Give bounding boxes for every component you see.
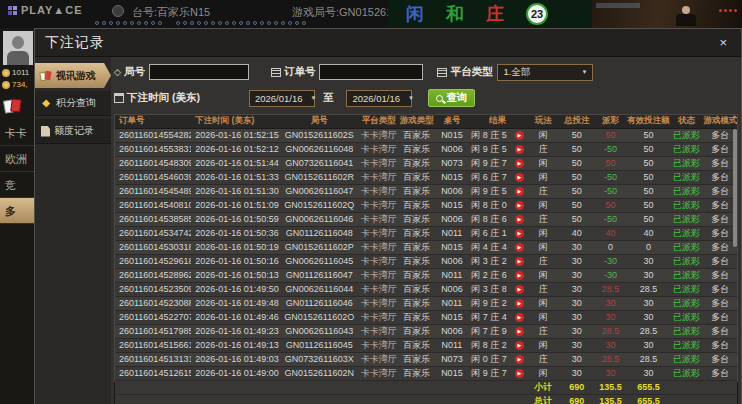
table-row: 2601160145126152026-01-16 01:49:00GN0152… xyxy=(115,366,737,380)
result-text: 闲 3 庄 8 xyxy=(471,283,507,296)
lobby-nav-item[interactable]: 欧洲 xyxy=(0,146,34,172)
player-char: 闲 xyxy=(406,2,424,26)
table-row: 2601160145230882026-01-16 01:49:48GN0112… xyxy=(115,296,737,310)
grand-total-row: 总计 690 135.5 655.5 xyxy=(115,394,737,404)
table-row: 2601160145296182026-01-16 01:50:16GN0062… xyxy=(115,254,737,268)
replay-video-icon[interactable]: ▶ xyxy=(515,341,524,350)
bet-records-modal: 下注记录 × 视讯游戏◆积分查询额度记录 ◇ 局号 订单号 xyxy=(34,28,742,404)
lobby-nav: 卡卡欧洲竞多 xyxy=(0,120,34,224)
menu-item-积分查询[interactable]: ◆积分查询 xyxy=(35,91,111,116)
lobby-left-strip: 1011 734, 卡卡欧洲竞多 xyxy=(0,28,34,404)
score-banner: 闲 和 庄 23 xyxy=(388,0,592,28)
screen: PLAY▲CE 台号:百家乐N15 游戏局号:GN0152611602T 闲 和… xyxy=(0,0,742,404)
records-table: 订单号下注时间 (美东)局号平台类型游戏类型桌号结果玩法总投注派彩有效投注额状态… xyxy=(115,115,737,404)
replay-video-icon[interactable]: ▶ xyxy=(515,327,524,336)
table-row: 2601160145460392026-01-16 01:51:33GN0152… xyxy=(115,170,737,184)
brand-logo: PLAY▲CE xyxy=(8,4,83,16)
result-text: 闲 8 庄 6 xyxy=(471,213,507,226)
table-row: 2601160145538312026-01-16 01:52:12GN0062… xyxy=(115,142,737,156)
chevron-down-icon: ▼ xyxy=(302,95,316,101)
round-filter-label: ◇ 局号 xyxy=(114,65,145,79)
result-text: 闲 6 庄 1 xyxy=(471,227,507,240)
balance-row: 1011 xyxy=(2,68,29,77)
result-text: 闲 7 庄 9 xyxy=(471,325,507,338)
chip-icon xyxy=(112,5,124,17)
table-row: 2601160145131312026-01-16 01:49:03GN0732… xyxy=(115,352,737,366)
replay-video-icon[interactable]: ▶ xyxy=(515,201,524,210)
lobby-nav-item[interactable]: 多 xyxy=(0,198,34,224)
subtotal-row: 小计 690 135.5 655.5 xyxy=(115,380,737,394)
avatar[interactable] xyxy=(3,31,33,65)
replay-video-icon[interactable]: ▶ xyxy=(515,313,524,322)
result-text: 闲 3 庄 2 xyxy=(471,255,507,268)
menu-item-额度记录[interactable]: 额度记录 xyxy=(35,119,111,144)
replay-video-icon[interactable]: ▶ xyxy=(515,131,524,140)
column-header: 状态 xyxy=(670,115,704,128)
cards-icon xyxy=(40,70,52,82)
modal-content: ◇ 局号 订单号 平台类型 1. xyxy=(111,57,741,404)
banker-char: 庄 xyxy=(486,2,504,26)
chevron-down-icon: ▼ xyxy=(400,95,414,101)
replay-video-icon[interactable]: ▶ xyxy=(515,243,524,252)
replay-video-icon[interactable]: ▶ xyxy=(515,173,524,182)
column-header: 平台类型 xyxy=(359,115,399,128)
modal-titlebar: 下注记录 × xyxy=(35,29,741,57)
brand-text: PLAY▲CE xyxy=(21,4,83,16)
table-row: 2601160145483092026-01-16 01:51:44GN0732… xyxy=(115,156,737,170)
bet-time-label: 下注时间 (美东) xyxy=(114,91,200,105)
filter-row-2: 下注时间 (美东) 2026/01/16▼ 至 2026/01/16▼ 查询 xyxy=(114,87,738,109)
replay-video-icon[interactable]: ▶ xyxy=(515,159,524,168)
result-text: 闲 9 庄 5 xyxy=(471,185,507,198)
column-header: 局号 xyxy=(280,115,359,128)
table-row: 2601160145156612026-01-16 01:49:13GN0112… xyxy=(115,338,737,352)
replay-video-icon[interactable]: ▶ xyxy=(515,369,524,378)
order-input[interactable] xyxy=(319,64,423,80)
lobby-nav-item[interactable]: 卡卡 xyxy=(0,120,34,146)
platform-select[interactable]: 1.全部▼ xyxy=(497,64,593,81)
brand-grid-icon xyxy=(8,6,17,15)
table-row: 2601160145235092026-01-16 01:49:50GN0062… xyxy=(115,282,737,296)
close-icon[interactable]: × xyxy=(715,34,731,51)
column-header: 有效投注额 xyxy=(627,115,670,128)
column-header: 游戏模式 xyxy=(703,115,737,128)
column-header: 总投注 xyxy=(560,115,594,128)
menu-item-视讯游戏[interactable]: 视讯游戏 xyxy=(35,63,111,88)
replay-video-icon[interactable]: ▶ xyxy=(515,299,524,308)
filter-row-1: ◇ 局号 订单号 平台类型 1. xyxy=(114,61,738,83)
result-text: 闲 6 庄 7 xyxy=(471,171,507,184)
table-scrollbar[interactable] xyxy=(733,129,737,247)
balance-row-2: 734, xyxy=(2,80,28,89)
replay-video-icon[interactable]: ▶ xyxy=(515,271,524,280)
result-text: 闲 9 庄 2 xyxy=(471,297,507,310)
replay-video-icon[interactable]: ▶ xyxy=(515,215,524,224)
replay-video-icon[interactable]: ▶ xyxy=(515,145,524,154)
replay-video-icon[interactable]: ▶ xyxy=(515,229,524,238)
chevron-down-icon: ▼ xyxy=(573,69,587,75)
table-number-label: 台号:百家乐N15 xyxy=(132,5,210,20)
result-text: 闲 8 庄 2 xyxy=(471,339,507,352)
replay-video-icon[interactable]: ▶ xyxy=(515,187,524,196)
replay-video-icon[interactable]: ▶ xyxy=(515,355,524,364)
date-to-select[interactable]: 2026/01/16▼ xyxy=(346,90,412,107)
column-header: 派彩 xyxy=(594,115,628,128)
replay-video-icon[interactable]: ▶ xyxy=(515,257,524,266)
search-icon xyxy=(436,95,443,102)
table-row: 2601160145542822026-01-16 01:52:15GN0152… xyxy=(115,128,737,142)
top-bar: PLAY▲CE 台号:百家乐N15 游戏局号:GN0152611602T 闲 和… xyxy=(0,0,742,28)
records-table-panel: 订单号下注时间 (美东)局号平台类型游戏类型桌号结果玩法总投注派彩有效投注额状态… xyxy=(114,114,738,382)
dealer-video xyxy=(592,0,742,28)
table-header-row: 订单号下注时间 (美东)局号平台类型游戏类型桌号结果玩法总投注派彩有效投注额状态… xyxy=(115,115,737,128)
replay-video-icon[interactable]: ▶ xyxy=(515,285,524,294)
table-row: 2601160145289622026-01-16 01:50:13GN0112… xyxy=(115,268,737,282)
list-icon xyxy=(437,68,447,77)
table-row: 2601160145347422026-01-16 01:50:36GN0112… xyxy=(115,226,737,240)
cards-icon xyxy=(4,98,22,114)
modal-title: 下注记录 xyxy=(45,34,105,52)
round-input[interactable] xyxy=(149,64,249,80)
date-from-select[interactable]: 2026/01/16▼ xyxy=(249,90,315,107)
result-text: 闲 4 庄 4 xyxy=(471,241,507,254)
result-text: 闲 9 庄 7 xyxy=(471,157,507,170)
search-button[interactable]: 查询 xyxy=(428,89,475,107)
tie-char: 和 xyxy=(446,2,464,26)
lobby-nav-item[interactable]: 竞 xyxy=(0,172,34,198)
